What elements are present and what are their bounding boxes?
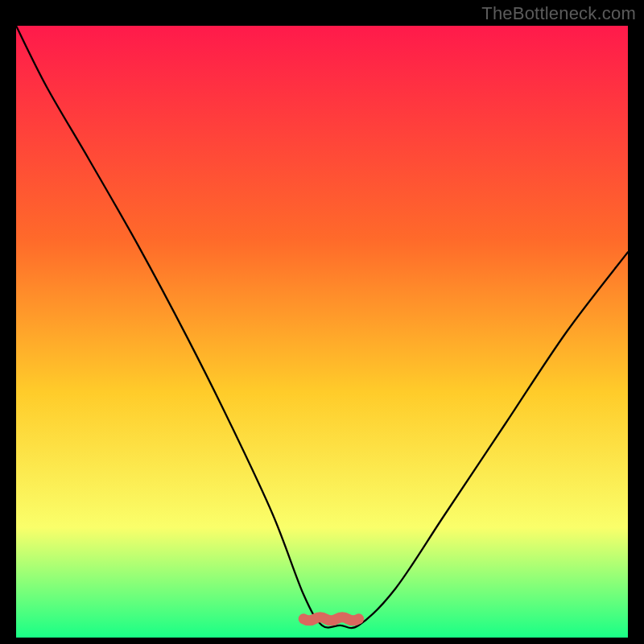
gradient-background <box>16 26 628 638</box>
bottleneck-plateau-marker <box>303 617 358 621</box>
watermark-text: TheBottleneck.com <box>481 3 636 24</box>
chart-svg <box>16 26 628 638</box>
chart-plot-area <box>16 26 628 638</box>
chart-frame: TheBottleneck.com <box>0 0 644 644</box>
